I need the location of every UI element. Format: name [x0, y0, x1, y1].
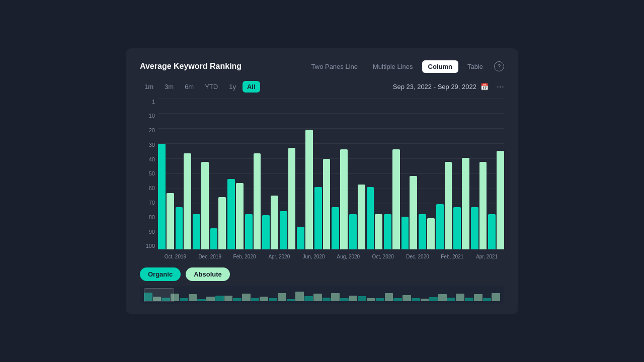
mini-bar-group — [197, 289, 214, 301]
x-label-apr2020: Apr, 2020 — [262, 254, 296, 259]
tab-two-panes-line[interactable]: Two Panes Line — [305, 60, 364, 73]
mini-bar-group — [483, 289, 500, 301]
mini-bar-green — [385, 293, 393, 301]
mini-bar-teal — [447, 298, 456, 301]
x-label-apr2021: Apr, 2021 — [469, 254, 504, 259]
bar-teal — [297, 227, 304, 249]
bar-green — [340, 149, 348, 249]
mini-bar-group — [465, 289, 482, 301]
tab-table[interactable]: Table — [461, 60, 489, 73]
mini-bar-teal — [304, 296, 313, 301]
x-label-oct2019: Oct, 2019 — [158, 254, 193, 259]
bar-teal — [332, 207, 339, 249]
mini-bar-green — [403, 295, 411, 301]
bar-group — [419, 99, 435, 249]
bar-green — [392, 149, 400, 249]
mini-bar-green — [189, 294, 197, 301]
x-label-jun2020: Jun, 2020 — [296, 254, 331, 259]
x-label-feb2021: Feb, 2021 — [435, 254, 469, 259]
mini-bar-group — [340, 289, 357, 301]
bar-green — [184, 153, 191, 249]
mini-bar-teal — [358, 296, 366, 301]
mini-bar-group — [304, 289, 321, 301]
mini-bar-green — [206, 297, 215, 301]
mini-bar-teal — [323, 298, 331, 301]
bar-green — [323, 159, 331, 249]
mini-bar-green — [331, 293, 340, 301]
mini-bar-green — [295, 292, 304, 301]
bar-group — [471, 99, 487, 249]
mini-bar-group — [215, 289, 232, 301]
x-label-aug2020: Aug, 2020 — [331, 254, 366, 259]
mini-bar-group — [233, 289, 250, 301]
bar-group — [245, 99, 261, 249]
range-handle[interactable] — [144, 288, 174, 302]
bars-container — [158, 99, 504, 249]
tab-column[interactable]: Column — [422, 60, 458, 73]
view-tabs: Two Panes Line Multiple Lines Column Tab… — [305, 60, 504, 73]
bar-group — [176, 99, 192, 249]
bar-teal — [193, 214, 200, 249]
mini-bar-teal — [340, 298, 349, 301]
y-label-50: 50 — [140, 170, 158, 176]
mini-bar-green — [456, 294, 464, 301]
time-btn-6m[interactable]: 6m — [180, 81, 198, 93]
mini-bar-green — [421, 299, 429, 301]
time-btn-3m[interactable]: 3m — [160, 81, 178, 93]
bar-group — [367, 99, 383, 249]
mini-bar-group — [429, 289, 446, 301]
mini-bar-green — [438, 294, 447, 301]
mini-bar-group — [393, 289, 411, 301]
chart-area: 1 10 20 30 40 50 60 70 80 90 100 — [140, 99, 504, 259]
mini-bar-group — [412, 289, 429, 301]
mini-range-chart[interactable] — [140, 286, 504, 304]
help-icon[interactable]: ? — [494, 61, 504, 71]
legend-area: Organic Absolute — [140, 267, 504, 281]
y-label-40: 40 — [140, 156, 158, 162]
mini-bar-group — [180, 289, 197, 301]
mini-bar-teal — [233, 298, 242, 301]
bar-group — [384, 99, 400, 249]
time-btn-ytd[interactable]: YTD — [200, 81, 222, 93]
bar-teal — [210, 228, 218, 249]
bar-teal — [349, 214, 357, 249]
x-label-dec2020: Dec, 2020 — [400, 254, 435, 259]
mini-bar-group — [323, 289, 340, 301]
bar-green — [236, 183, 244, 249]
y-label-60: 60 — [140, 185, 158, 191]
calendar-icon[interactable]: 📅 — [480, 83, 489, 90]
bar-teal — [419, 214, 426, 249]
mini-bar-group — [287, 289, 304, 301]
mini-bar-group — [376, 289, 393, 301]
time-btn-1y[interactable]: 1y — [224, 81, 240, 93]
bar-green — [479, 162, 487, 249]
bar-group — [158, 99, 174, 249]
time-btn-1m[interactable]: 1m — [140, 81, 158, 93]
mini-bar-green — [349, 296, 358, 301]
bar-green — [271, 196, 278, 249]
tab-multiple-lines[interactable]: Multiple Lines — [367, 60, 419, 73]
bar-group — [453, 99, 469, 249]
mini-bar-teal — [197, 299, 206, 301]
bar-teal — [367, 187, 374, 249]
bar-teal — [245, 214, 253, 249]
bar-teal — [176, 207, 183, 249]
mini-bar-group — [447, 289, 464, 301]
time-btn-all[interactable]: All — [243, 81, 260, 93]
y-label-100: 100 — [140, 243, 158, 249]
toolbar: 1m 3m 6m YTD 1y All Sep 23, 2022 - Sep 2… — [140, 81, 504, 93]
legend-absolute[interactable]: Absolute — [186, 267, 230, 281]
bar-group — [332, 99, 348, 249]
legend-organic[interactable]: Organic — [140, 267, 181, 281]
bar-teal — [158, 144, 166, 249]
mini-bar-teal — [251, 298, 260, 301]
mini-bars — [144, 289, 500, 301]
y-label-90: 90 — [140, 229, 158, 235]
more-options-icon[interactable]: ··· — [497, 81, 504, 92]
chart-title: Average Keyword Ranking — [140, 62, 242, 71]
time-filters: 1m 3m 6m YTD 1y All — [140, 81, 260, 93]
y-label-30: 30 — [140, 142, 158, 148]
x-label-oct2020: Oct, 2020 — [366, 254, 400, 259]
bar-group — [349, 99, 365, 249]
y-axis: 1 10 20 30 40 50 60 70 80 90 100 — [140, 99, 158, 259]
